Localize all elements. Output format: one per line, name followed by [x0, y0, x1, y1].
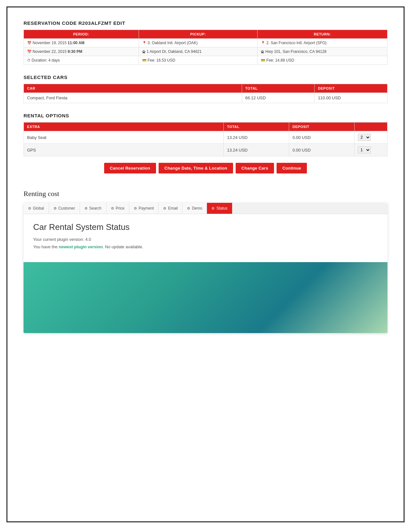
qty-select[interactable]: 1 2 3 [358, 134, 371, 141]
period-date2-cell: November 22, 2015 9:30 PM [24, 47, 139, 56]
period-duration-cell: Duration: 4 days [24, 56, 139, 65]
tab-label: Global [33, 206, 44, 211]
period-date1: November 19, 2015 [33, 41, 66, 45]
tab-label: Status [216, 206, 227, 211]
plugin-tab-search[interactable]: ⚙Search [80, 203, 106, 214]
car-deposit: 110.00 USD [315, 93, 387, 103]
car-name: Compact, Ford Fiesta [24, 93, 242, 103]
change-date-button[interactable]: Change Date, Time & Location [159, 163, 233, 173]
table-row: GPS 13.24 USD 0.00 USD 1 2 3 [24, 144, 387, 156]
pickup-fee-cell: Fee: 16.53 USD [139, 56, 258, 65]
calendar-icon [27, 41, 33, 45]
pickup-header: PICKUP: [139, 30, 258, 39]
tab-label: Price [116, 206, 124, 211]
tab-label: Customer [58, 206, 75, 211]
clock-icon [27, 58, 32, 63]
tab-label: Search [89, 206, 102, 211]
plugin-tab-demo[interactable]: ⚙Demo [182, 203, 207, 214]
action-buttons: Cancel Reservation Change Date, Time & L… [24, 163, 387, 173]
plugin-tab-email[interactable]: ⚙Email [159, 203, 182, 214]
selected-cars-title: SELECTED CARS [24, 74, 387, 80]
update-text: You have the [33, 244, 59, 249]
total-col-header: TOTAL [242, 84, 315, 93]
extra-col-header: EXTRA [24, 123, 224, 131]
renting-cost-title: Renting cost [24, 190, 387, 198]
reservation-table: PERIOD: PICKUP: RETURN: November 19, 201… [24, 30, 387, 65]
return-fee: Fee: 14.88 USD [266, 58, 294, 63]
road-icon-2 [261, 49, 265, 54]
period-date1-cell: November 19, 2015 11:00 AM [24, 39, 139, 47]
tab-label: Demo [192, 206, 202, 211]
period-time1: 11:00 AM [68, 41, 84, 45]
gear-icon: ⚙ [187, 206, 190, 211]
return-address-cell: Hwy 101, San Francisco, CA 94128 [258, 47, 387, 56]
update-highlight: newest plugin version [59, 244, 103, 249]
plugin-panel: ⚙Global⚙Customer⚙Search⚙Price⚙Payment⚙Em… [24, 203, 387, 333]
extra-total: 13.24 USD [224, 144, 289, 156]
gradient-decoration [24, 262, 387, 333]
plugin-tab-global[interactable]: ⚙Global [24, 203, 49, 214]
extra-deposit: 0.00 USD [289, 131, 355, 144]
road-icon [142, 49, 147, 54]
table-row: Baby Seat 13.24 USD 0.00 USD 1 2 3 [24, 131, 387, 144]
plugin-tab-customer[interactable]: ⚙Customer [49, 203, 80, 214]
pickup-location-cell: 3. Oakland Intl. Airport (OAK) [139, 39, 258, 47]
extra-qty-cell: 1 2 3 [355, 144, 387, 156]
plugin-tab-price[interactable]: ⚙Price [106, 203, 129, 214]
period-header: PERIOD: [24, 30, 139, 39]
continue-button[interactable]: Continue [277, 163, 307, 173]
extra-qty-cell: 1 2 3 [355, 131, 387, 144]
fee-icon-2 [261, 58, 266, 63]
plugin-tab-status[interactable]: ⚙Status [207, 203, 232, 214]
tab-label: Payment [139, 206, 154, 211]
extra-deposit: 0.00 USD [289, 144, 355, 156]
return-address: Hwy 101, San Francisco, CA 94128 [265, 49, 326, 54]
version-line: Your current plugin version: 4.0 [33, 237, 378, 242]
outer-container: RESERVATION CODE R203ALFZMT EDIT PERIOD:… [6, 6, 405, 522]
pickup-location: 3. Oakland Intl. Airport (OAK) [148, 41, 198, 45]
change-cars-button[interactable]: Change Cars [236, 163, 274, 173]
plugin-content: Car Rental System Status Your current pl… [24, 214, 387, 262]
return-header: RETURN: [258, 30, 387, 39]
qty-select[interactable]: 1 2 3 [358, 146, 371, 153]
gear-icon: ⚙ [84, 206, 88, 211]
page-title: RESERVATION CODE R203ALFZMT EDIT [24, 20, 387, 26]
period-date2: November 22, 2015 [33, 49, 66, 54]
cancel-reservation-button[interactable]: Cancel Reservation [104, 163, 156, 173]
gear-icon: ⚙ [54, 206, 57, 211]
cars-table: CAR TOTAL DEPOSIT Compact, Ford Fiesta 6… [24, 84, 387, 103]
car-col-header: CAR [24, 84, 242, 93]
car-total: 66.12 USD [242, 93, 315, 103]
rental-options-title: RENTAL OPTIONS [24, 113, 387, 118]
plugin-tabs: ⚙Global⚙Customer⚙Search⚙Price⚙Payment⚙Em… [24, 203, 387, 214]
rental-table: EXTRA TOTAL DEPOSIT Baby Seat 13.24 USD … [24, 122, 387, 156]
extra-total: 13.24 USD [224, 131, 289, 144]
pickup-fee: Fee: 16.53 USD [148, 58, 175, 63]
pickup-address-cell: 1 Airport Dr, Oakland, CA 94621 [139, 47, 258, 56]
plugin-tab-payment[interactable]: ⚙Payment [129, 203, 159, 214]
return-fee-cell: Fee: 14.88 USD [258, 56, 387, 65]
return-location-cell: 2. San Francisco Intl. Airport (SFO) [258, 39, 387, 47]
plugin-heading: Car Rental System Status [33, 222, 378, 232]
gear-icon: ⚙ [134, 206, 137, 211]
fee-icon [142, 58, 148, 63]
rtotal-col-header: TOTAL [224, 123, 289, 131]
gear-icon: ⚙ [111, 206, 114, 211]
extra-name: GPS [24, 144, 224, 156]
gear-icon: ⚙ [28, 206, 31, 211]
pin-icon [142, 41, 148, 45]
rdeposit-col-header: DEPOSIT [289, 123, 355, 131]
update-line: You have the newest plugin version. No u… [33, 244, 378, 249]
table-row: Compact, Ford Fiesta 66.12 USD 110.00 US… [24, 93, 387, 103]
extra-name: Baby Seat [24, 131, 224, 144]
pickup-address: 1 Airport Dr, Oakland, CA 94621 [147, 49, 202, 54]
period-duration: Duration: 4 days [32, 58, 60, 63]
tab-label: Email [168, 206, 178, 211]
qty-col-header [355, 123, 387, 131]
pin-icon-2 [261, 41, 266, 45]
gear-icon: ⚙ [163, 206, 166, 211]
return-location: 2. San Francisco Intl. Airport (SFO) [266, 41, 327, 45]
calendar-icon-2 [27, 49, 33, 54]
gear-icon: ⚙ [211, 206, 215, 211]
deposit-col-header: DEPOSIT [315, 84, 387, 93]
